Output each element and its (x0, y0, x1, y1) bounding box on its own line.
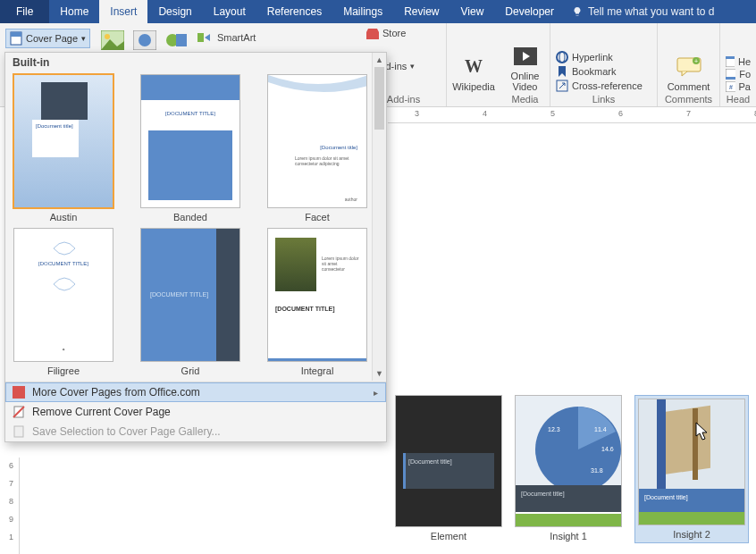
cover-thumb-grid[interactable]: [DOCUMENT TITLE] Grid (138, 228, 243, 376)
thumb-label: Grid (181, 365, 200, 376)
ruler-num: 8 (9, 497, 13, 506)
cover-page-button[interactable]: Cover Page ▾ (5, 29, 90, 48)
header-button[interactable]: He (726, 56, 751, 67)
svg-text:#: # (729, 84, 733, 90)
tab-review[interactable]: Review (393, 0, 449, 23)
svg-rect-13 (197, 33, 204, 42)
menu-more-cover-pages[interactable]: More Cover Pages from Office.com ▸ (5, 382, 386, 402)
thumb-label: Insight 2 (673, 529, 710, 540)
svg-rect-28 (13, 386, 25, 399)
footer-button[interactable]: Fo (726, 69, 751, 80)
tab-layout[interactable]: Layout (203, 0, 256, 23)
online-video-label: Online Video (511, 71, 540, 92)
thumb-label: Facet (305, 212, 330, 222)
svg-text:+: + (693, 58, 697, 64)
svg-point-10 (139, 34, 151, 46)
gallery-scrollbar[interactable]: ▲ ▼ (372, 53, 386, 381)
header-label: He (738, 56, 751, 67)
group-label-media: Media (512, 94, 539, 105)
hyperlink-icon (556, 51, 568, 63)
tell-me-label: Tell me what you want to d (588, 5, 714, 18)
chevron-right-icon: ▸ (374, 388, 378, 398)
online-pictures-icon[interactable] (133, 30, 156, 50)
svg-text:14.6: 14.6 (601, 446, 614, 452)
tab-references[interactable]: References (256, 0, 332, 23)
remove-cover-page-label: Remove Current Cover Page (32, 406, 171, 418)
svg-point-16 (557, 52, 567, 63)
bookmark-button[interactable]: Bookmark (556, 65, 651, 78)
tell-me-search[interactable]: Tell me what you want to d (565, 0, 721, 23)
menu-bar: File Home Insert Design Layout Reference… (0, 0, 756, 23)
shapes-icon[interactable] (165, 30, 189, 50)
horizontal-ruler[interactable]: 3 4 5 6 7 8 (388, 107, 756, 123)
bookmark-icon (556, 65, 568, 78)
ruler-num: 5 (550, 109, 555, 118)
group-media: Online Video Media (500, 23, 550, 106)
cover-page-gallery: Built-in [Document title] Austin [DOCUME… (4, 52, 387, 442)
tab-insert[interactable]: Insert (99, 0, 147, 23)
scroll-down-icon[interactable]: ▼ (373, 366, 386, 381)
save-selection-label: Save Selection to Cover Page Gallery... (32, 425, 221, 438)
tab-mailings[interactable]: Mailings (332, 0, 393, 23)
footer-icon (726, 69, 735, 80)
thumb-label: Element (431, 531, 466, 541)
menu-save-selection: Save Selection to Cover Page Gallery... (5, 422, 386, 441)
cover-thumb-element[interactable]: [Document title] Element (395, 395, 502, 543)
hyperlink-label: Hyperlink (572, 52, 613, 63)
wikipedia-icon: W (465, 56, 483, 77)
group-comments: + Comment Comments (658, 23, 720, 106)
cover-thumb-insight-1[interactable]: 12.3 11.4 14.6 31.8 [Document title] Ins… (515, 395, 622, 543)
vertical-ruler[interactable]: 6 7 8 9 1 (4, 457, 20, 554)
wikipedia-button[interactable]: W Wikipedia (447, 23, 500, 106)
gallery-thumbs: [Document title] Austin [DOCUMENT TITLE]… (5, 72, 386, 382)
tab-view[interactable]: View (450, 0, 495, 23)
thumb-placeholder: [Document title] (320, 145, 357, 150)
tab-developer[interactable]: Developer (494, 0, 565, 23)
thumb-placeholder: [DOCUMENT TITLE] (141, 111, 239, 116)
thumb-label: Filigree (47, 365, 80, 376)
comment-button[interactable]: + Comment (668, 53, 710, 92)
gallery-menu: More Cover Pages from Office.com ▸ Remov… (5, 382, 386, 441)
preview-strip: [Document title] Element 12.3 11.4 14.6 … (391, 391, 752, 547)
cover-thumb-banded[interactable]: [DOCUMENT TITLE] Banded (138, 74, 243, 222)
store-button[interactable]: Store (366, 27, 415, 39)
comment-label: Comment (668, 81, 710, 92)
header-icon (726, 56, 735, 67)
scroll-thumb[interactable] (374, 67, 384, 130)
online-video-button[interactable]: Online Video (511, 42, 540, 92)
ornament-icon (50, 275, 79, 293)
more-cover-pages-label: More Cover Pages from Office.com (32, 386, 200, 399)
group-label-addins: Add-ins (387, 94, 420, 105)
cover-thumb-facet[interactable]: [Document title] Lorem ipsum dolor sit a… (265, 74, 370, 222)
menu-remove-cover-page[interactable]: Remove Current Cover Page (5, 402, 386, 422)
cover-thumb-austin[interactable]: [Document title] Austin (11, 74, 116, 222)
crossref-button[interactable]: Cross-reference (556, 80, 651, 92)
page-number-button[interactable]: #Pa (726, 81, 751, 92)
ornament-icon (50, 239, 79, 257)
svg-rect-14 (366, 32, 379, 39)
svg-rect-23 (726, 56, 735, 59)
cover-thumb-insight-2[interactable]: [Document title] Insight 2 (634, 395, 749, 543)
chevron-down-icon: ▾ (81, 34, 86, 43)
group-header: He Fo #Pa Head (720, 23, 756, 106)
cover-thumb-filigree[interactable]: [DOCUMENT TITLE] ✦ Filigree (11, 228, 116, 376)
tab-design[interactable]: Design (147, 0, 202, 23)
cover-page-icon (10, 31, 22, 46)
scroll-up-icon[interactable]: ▲ (373, 53, 386, 67)
wikipedia-label: Wikipedia (452, 81, 495, 92)
comment-icon: + (676, 57, 701, 77)
cover-thumb-integral[interactable]: Lorem ipsum dolor sit amet consectetur [… (265, 228, 370, 376)
tab-home[interactable]: Home (49, 0, 99, 23)
group-links: Hyperlink Bookmark Cross-reference Links (550, 23, 658, 106)
svg-text:12.3: 12.3 (548, 426, 560, 432)
smartart-button[interactable]: SmartArt (197, 30, 256, 45)
store-icon (366, 27, 379, 39)
svg-rect-39 (666, 406, 710, 474)
pictures-icon[interactable] (101, 30, 124, 50)
hyperlink-button[interactable]: Hyperlink (556, 51, 651, 63)
smartart-icon (197, 30, 214, 45)
tab-file[interactable]: File (0, 0, 49, 23)
thumb-label: Austin (50, 212, 78, 222)
svg-point-8 (105, 34, 110, 39)
ruler-num: 6 (618, 109, 623, 118)
